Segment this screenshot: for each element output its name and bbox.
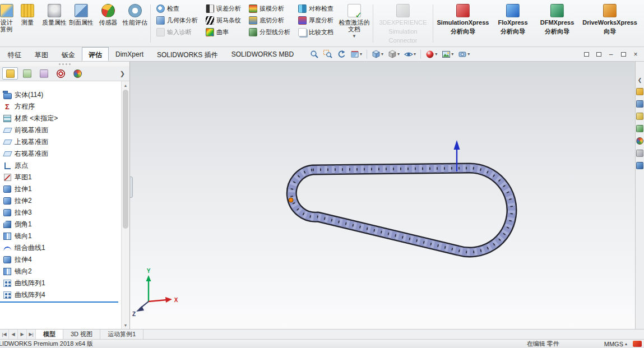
last-tab-icon[interactable]: ▶|	[27, 330, 36, 339]
origin-icon	[3, 161, 12, 170]
check-active-document-button[interactable]: 检查激活的文档 ▼	[337, 1, 371, 46]
chain-endpoint-marker[interactable]	[289, 198, 293, 202]
plane-icon	[3, 151, 12, 156]
featuremanager-tab[interactable]	[2, 67, 18, 80]
view-settings-icon[interactable]: ▾	[456, 49, 471, 60]
tab-evaluate[interactable]: 评估	[82, 47, 109, 61]
taskpane-view-palette-icon[interactable]	[636, 125, 643, 132]
zebra-stripes-button[interactable]: 斑马条纹	[203, 16, 244, 25]
view-orientation-icon[interactable]: ▾	[370, 49, 385, 60]
evaluate-ribbon: 设计算例 测量 质量属性 剖面属性 传感器 性能评估 检查	[0, 0, 644, 47]
driveworksxpress-button[interactable]: DriveWorksXpress 向导	[580, 1, 640, 46]
previous-view-icon[interactable]	[335, 49, 348, 60]
apply-scene-icon[interactable]: ▾	[440, 49, 455, 60]
graphics-viewport[interactable]: Y X Z	[130, 62, 635, 329]
tree-item-extrude3[interactable]: 拉伸3	[3, 207, 121, 219]
undercut-analysis-button[interactable]: 底切分析	[246, 16, 293, 25]
floxpress-button[interactable]: FloXpress 分析向导	[491, 1, 535, 46]
tree-item-mirror2[interactable]: 镜向2	[3, 266, 121, 277]
close-button[interactable]: ×	[631, 49, 641, 59]
taskpane-forum-icon[interactable]	[636, 162, 643, 169]
tree-item-chamfer1[interactable]: 倒角1	[3, 219, 121, 230]
simulationxpress-button[interactable]: SimulationXpress 分析向导	[435, 1, 491, 46]
pane-left-icon[interactable]	[581, 49, 591, 59]
zoom-area-icon[interactable]	[322, 49, 334, 60]
tree-item-mirror1[interactable]: 镜向1	[3, 230, 121, 242]
editing-status-label: 在编辑 零件	[527, 340, 559, 348]
parting-line-analysis-button[interactable]: 分型线分析	[246, 27, 293, 37]
displaymanager-tab[interactable]	[70, 67, 85, 80]
taskpane-appearances-icon[interactable]	[636, 137, 643, 145]
unit-system-selector[interactable]: MMGS ▴	[602, 341, 629, 347]
tab-dimxpert[interactable]: DimXpert	[109, 47, 150, 61]
tab-3d-views[interactable]: 3D 视图	[63, 330, 100, 339]
mass-properties-button[interactable]: 质量属性	[41, 1, 68, 46]
taskpane-design-library-icon[interactable]	[636, 100, 643, 108]
tab-sketch[interactable]: 草图	[28, 47, 55, 61]
tree-item-extrude2[interactable]: 拉伸2	[3, 195, 121, 207]
curvature-button[interactable]: 曲率	[203, 27, 244, 37]
dimxpertmanager-tab[interactable]	[53, 67, 68, 80]
restore-button[interactable]	[618, 49, 628, 59]
draft-analysis-button[interactable]: 拔模分析	[246, 4, 293, 13]
tab-motion-study1[interactable]: 运动算例1	[100, 330, 143, 339]
taskpane-file-explorer-icon[interactable]	[636, 113, 643, 120]
propertymanager-tab[interactable]	[19, 67, 35, 80]
tree-item-origin[interactable]: 原点	[3, 160, 121, 171]
scroll-up-icon[interactable]: ▲	[122, 81, 129, 89]
pane-expand-chevron-icon[interactable]: ❯	[118, 70, 127, 77]
configurationmanager-tab[interactable]	[36, 67, 52, 80]
minimize-button[interactable]: –	[606, 49, 616, 59]
taskpane-custom-properties-icon[interactable]	[636, 150, 643, 157]
deviation-analysis-button[interactable]: 误差分析	[203, 4, 244, 13]
scroll-down-icon[interactable]: ▼	[122, 321, 129, 329]
panel-grip[interactable]	[0, 62, 129, 66]
tree-item-composite-curve1[interactable]: 组合曲线1	[3, 242, 121, 254]
3dexperience-connector-button[interactable]: 3DEXPERIENCE Simulation Connector	[375, 1, 431, 46]
check-button[interactable]: 检查	[154, 4, 201, 13]
chain-model[interactable]	[291, 168, 512, 252]
tab-sheet-metal[interactable]: 钣金	[55, 47, 82, 61]
rollback-bar[interactable]	[0, 301, 118, 303]
compare-documents-button[interactable]: 比较文档	[295, 27, 336, 37]
section-view-icon[interactable]: ▾	[349, 49, 364, 60]
sensor-button[interactable]: 传感器	[95, 1, 122, 46]
section-properties-button[interactable]: 剖面属性	[68, 1, 95, 46]
taskpane-resources-icon[interactable]	[636, 88, 643, 95]
tree-item-extrude1[interactable]: 拉伸1	[3, 183, 121, 195]
tree-item-material[interactable]: 材质 <未指定>	[3, 113, 121, 124]
tab-features[interactable]: 特征	[1, 47, 28, 61]
tree-item-curve-pattern4[interactable]: 曲线阵列4	[3, 289, 121, 301]
performance-evaluation-button[interactable]: 性能评估	[122, 1, 149, 46]
edit-appearance-icon[interactable]: ▾	[424, 49, 439, 60]
tree-item-right-plane[interactable]: 右视基准面	[3, 148, 121, 160]
panel-splitter-handle[interactable]	[130, 177, 133, 198]
measure-button[interactable]: 测量	[14, 1, 41, 46]
hide-show-items-icon[interactable]: ▾	[402, 49, 418, 60]
symmetry-check-button[interactable]: 对称检查	[295, 4, 336, 13]
tab-solidworks-mbd[interactable]: SOLIDWORKS MBD	[225, 47, 300, 61]
import-diagnostics-button[interactable]: 输入诊断	[154, 27, 201, 37]
thickness-analysis-button[interactable]: 厚度分析	[295, 16, 336, 25]
display-style-icon[interactable]: ▾	[386, 49, 401, 60]
design-study-button[interactable]: 设计算例	[0, 1, 14, 46]
tree-item-sketch1[interactable]: 草图1	[3, 171, 121, 183]
taskpane-expand-icon[interactable]: ❮	[638, 77, 642, 83]
tree-item-top-plane[interactable]: 上视基准面	[3, 136, 121, 148]
tab-model[interactable]: 模型	[36, 330, 63, 339]
next-tab-icon[interactable]: ▶	[18, 330, 27, 339]
pane-right-icon[interactable]	[594, 49, 604, 59]
tree-scrollbar[interactable]: ▲ ▼	[121, 81, 129, 329]
geometry-analysis-button[interactable]: 几何体分析	[154, 16, 201, 25]
tree-item-extrude4[interactable]: 拉伸4	[3, 254, 121, 266]
dfmxpress-button[interactable]: DFMXpress 分析向导	[535, 1, 580, 46]
tree-item-front-plane[interactable]: 前视基准面	[3, 124, 121, 136]
scrollbar-thumb[interactable]	[123, 90, 128, 229]
tree-item-curve-pattern1[interactable]: 曲线阵列1	[3, 277, 121, 289]
prev-tab-icon[interactable]: ◀	[9, 330, 18, 339]
zoom-fit-icon[interactable]	[308, 49, 321, 60]
first-tab-icon[interactable]: |◀	[0, 330, 9, 339]
tree-item-solid-bodies[interactable]: 实体(114)	[3, 89, 121, 101]
tab-solidworks-addins[interactable]: SOLIDWORKS 插件	[150, 47, 225, 61]
tree-item-equations[interactable]: 方程序	[3, 101, 121, 113]
